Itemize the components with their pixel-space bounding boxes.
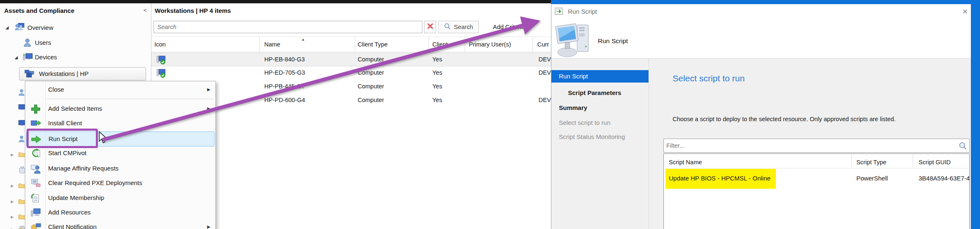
tree-expand-icon[interactable]: ▶ (11, 153, 14, 157)
collection-icon (24, 69, 35, 80)
add-plus-icon (31, 104, 41, 114)
submenu-arrow-icon: ▶ (207, 106, 210, 111)
menu-item-update-membership[interactable]: Update Membership (26, 191, 215, 205)
wizard-nav-script-parameters[interactable]: Script Parameters (568, 89, 621, 96)
screen: Assets and Compliance < Overview Users D… (0, 0, 980, 229)
top-dark-strip (0, 0, 551, 3)
close-icon[interactable]: ✕ (962, 7, 968, 16)
device-status-icon (156, 68, 166, 80)
mouse-cursor (98, 131, 108, 146)
sidebar-item-devices[interactable]: Devices (35, 54, 57, 61)
menu-separator (47, 99, 214, 99)
install-client-icon (31, 119, 41, 129)
search-icon[interactable] (959, 142, 967, 151)
search-icon (444, 23, 451, 31)
devices-icon (22, 52, 33, 64)
wizard-titlebar[interactable]: Run Script ✕ (551, 4, 971, 19)
sidebar-item-overview[interactable]: Overview (27, 24, 54, 31)
affinity-icon (31, 164, 41, 174)
submenu-arrow-icon: ▶ (207, 87, 210, 92)
column-header-primary-users[interactable]: Primary User(s) (469, 41, 511, 48)
wizard-nav-run-script[interactable]: Run Script (551, 70, 648, 83)
pxe-icon (31, 178, 41, 188)
users-icon (23, 38, 32, 49)
window-frame-top (551, 0, 980, 4)
column-header-client[interactable]: Client (432, 41, 448, 48)
menu-item-add-resources[interactable]: Add Resources (26, 206, 215, 220)
menu-item-close[interactable]: Close ▶ (26, 83, 215, 97)
tree-expand-icon[interactable]: ▶ (11, 200, 14, 204)
run-script-window-icon (555, 7, 563, 17)
run-script-wizard-window: Run Script ✕ Run Script Run Scr (551, 4, 971, 229)
chevron-down-icon: ▼ (527, 26, 531, 30)
menu-item-client-notification[interactable]: Client Notification ▶ (26, 220, 215, 229)
wizard-nav-script-status-monitoring[interactable]: Script Status Monitoring (559, 133, 625, 140)
menu-item-start-cmpivot[interactable]: Start CMPivot (26, 146, 215, 161)
wizard-nav-summary[interactable]: Summary (559, 104, 587, 111)
page-title: Select script to run (673, 73, 745, 83)
search-input[interactable] (154, 21, 422, 33)
expander-icon[interactable] (5, 26, 9, 30)
computer-banner-icon (555, 22, 595, 60)
wizard-nav-select-script[interactable]: Select script to run (559, 119, 610, 126)
sidebar-item-workstations-hp-label: Workstations | HP (39, 70, 89, 77)
tree-bin-icon (19, 166, 25, 175)
table-row[interactable]: HP-ED-705-G3 Computer Yes DEV (151, 66, 551, 80)
filter-input[interactable] (666, 140, 953, 151)
search-button-label: Search (454, 24, 473, 30)
tree-expand-icon[interactable]: ▶ (11, 215, 14, 219)
sort-ascending-icon: ▲ (301, 37, 305, 41)
list-title: Workstations | HP 4 items (155, 7, 231, 14)
clear-search-button[interactable] (424, 21, 436, 33)
column-header-icon[interactable]: Icon (154, 41, 166, 48)
expander-icon[interactable] (14, 56, 18, 60)
submenu-arrow-icon: ▶ (207, 224, 210, 229)
context-menu: Close ▶ Add Selected Items ▶ Install Cli… (25, 81, 216, 229)
search-button[interactable]: Search (438, 21, 479, 33)
panel-title: Assets and Compliance (4, 7, 74, 14)
table-row[interactable]: HP-EB-840-G3 Computer Yes DEV (151, 53, 551, 66)
wizard-banner-title: Run Script (598, 37, 628, 45)
tree-expand-icon[interactable]: ▶ (11, 227, 14, 229)
add-resources-icon (31, 208, 41, 218)
device-status-icon (156, 55, 166, 66)
column-header-name[interactable]: Name (264, 41, 280, 48)
script-row[interactable]: Update HP BIOS - HPCMSL - Online PowerSh… (664, 154, 969, 194)
sidebar-item-users[interactable]: Users (35, 39, 51, 46)
overview-icon (14, 22, 25, 33)
cmpivot-icon (31, 149, 41, 158)
collapse-panel-icon[interactable]: < (144, 7, 147, 13)
column-header-client-type[interactable]: Client Type (358, 41, 388, 48)
clear-x-icon (427, 23, 434, 31)
menu-item-clear-required-pxe-deployments[interactable]: Clear Required PXE Deployments (26, 176, 215, 190)
window-frame-right (971, 0, 980, 229)
tree-expand-icon[interactable]: ▶ (11, 184, 14, 188)
update-membership-icon (31, 193, 41, 203)
client-notification-icon (31, 222, 41, 229)
add-criteria-button[interactable]: Add Criteria▼ (493, 24, 530, 30)
annotation-highlight-box (27, 129, 98, 148)
column-header-current[interactable]: Curr (537, 41, 549, 48)
page-description: Choose a script to deploy to the selecte… (673, 116, 896, 122)
menu-item-manage-affinity-requests[interactable]: Manage Affinity Requests (26, 162, 215, 176)
script-filter-box (663, 139, 970, 153)
menu-item-add-selected-items[interactable]: Add Selected Items ▶ (26, 102, 215, 116)
wizard-title: Run Script (568, 8, 597, 15)
script-table: Script Name Script Type Script GUID Upda… (663, 153, 970, 229)
wizard-content: Run Script Script Parameters Summary Sel… (551, 58, 971, 229)
